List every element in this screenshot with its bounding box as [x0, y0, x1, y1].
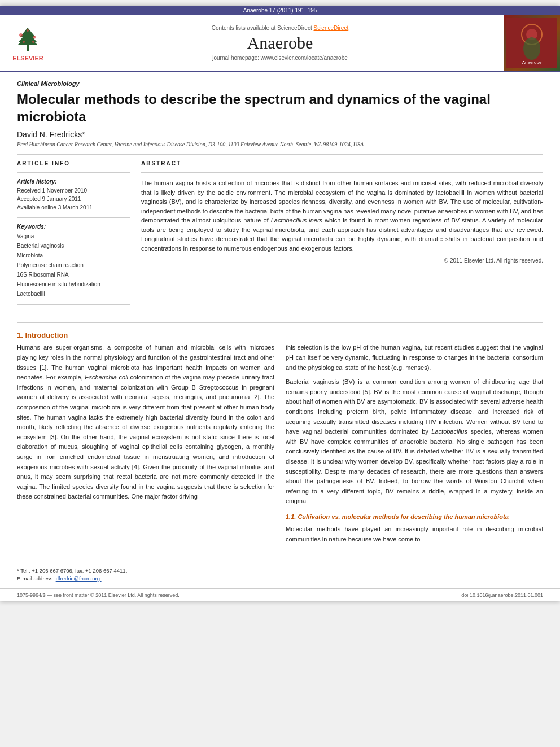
svg-text:Anaerobe: Anaerobe	[522, 60, 542, 65]
intro-col1: Humans are super-organisms, a composite …	[17, 343, 274, 549]
intro-col2: this selection is the low pH of the huma…	[286, 343, 543, 549]
svg-point-6	[23, 41, 25, 43]
journal-cover-svg: Anaerobe	[506, 18, 557, 68]
journal-homepage: journal homepage: www.elsevier.com/locat…	[212, 55, 348, 61]
divider-1	[17, 154, 543, 155]
intro-heading: 1. Introduction	[17, 331, 543, 339]
abstract-text: The human vagina hosts a collection of m…	[141, 178, 543, 253]
article-main-body: 1. Introduction Humans are super-organis…	[0, 331, 560, 560]
svg-point-12	[523, 37, 540, 60]
author-name: David N. Fredricks*	[17, 130, 543, 139]
elsevier-logo: ELSEVIER	[0, 15, 56, 71]
keyword-vagina: Vagina	[17, 231, 130, 241]
svg-rect-0	[27, 45, 29, 51]
abstract-col: ABSTRACT The human vagina hosts a collec…	[141, 160, 543, 311]
intro-two-col: Humans are super-organisms, a composite …	[17, 343, 543, 549]
journal-volume-text: Anaerobe 17 (2011) 191–195	[243, 7, 317, 14]
section-label: Clinical Microbiology	[17, 80, 543, 87]
divider-3	[17, 217, 130, 218]
journal-volume-bar: Anaerobe 17 (2011) 191–195	[0, 6, 560, 15]
intro-col2-para3: Molecular methods have played an increas…	[286, 525, 543, 544]
footnote-email: E-mail address: dfredric@fhcrc.org.	[17, 575, 543, 583]
doi-text: doi:10.1016/j.anaerobe.2011.01.001	[461, 592, 543, 598]
article-header-section: Clinical Microbiology Molecular methods …	[0, 72, 560, 322]
keywords-label: Keywords:	[17, 224, 130, 230]
abstract-title: ABSTRACT	[141, 160, 543, 167]
copyright: © 2011 Elsevier Ltd. All rights reserved…	[141, 257, 543, 264]
available-date: Available online 3 March 2011	[17, 203, 130, 212]
intro-col1-para1: Humans are super-organisms, a composite …	[17, 343, 274, 502]
article-info-col: ARTICLE INFO Article history: Received 1…	[17, 160, 130, 311]
article-info-abstract: ARTICLE INFO Article history: Received 1…	[17, 160, 543, 311]
history-label: Article history:	[17, 178, 130, 185]
svg-point-5	[33, 36, 36, 38]
intro-col2-para2: Bacterial vaginosis (BV) is a common con…	[286, 377, 543, 506]
elsevier-label: ELSEVIER	[12, 55, 43, 62]
divider-4	[17, 304, 130, 305]
article-info-title: ARTICLE INFO	[17, 160, 130, 167]
article-history: Article history: Received 1 November 201…	[17, 178, 130, 212]
svg-point-8	[27, 29, 29, 32]
keyword-fish: Fluorescence in situ hybridization	[17, 279, 130, 289]
keyword-bv: Bacterial vaginosis	[17, 241, 130, 251]
keyword-lactobacilli: Lactobacilli	[17, 289, 130, 299]
elsevier-tree-icon	[10, 25, 46, 53]
email-link[interactable]: dfredric@fhcrc.org.	[56, 575, 102, 582]
journal-cover-image: Anaerobe	[504, 15, 560, 71]
keywords-list: Vagina Bacterial vaginosis Microbiota Po…	[17, 231, 130, 299]
affiliation: Fred Hutchinson Cancer Research Center, …	[17, 141, 543, 147]
keyword-microbiota: Microbiota	[17, 251, 130, 260]
article-title: Molecular methods to describe the spectr…	[17, 90, 543, 125]
footer-bar: 1075-9964/$ — see front matter © 2011 El…	[0, 588, 560, 601]
issn-text: 1075-9964/$ — see front matter © 2011 El…	[17, 592, 180, 598]
accepted-date: Accepted 9 January 2011	[17, 195, 130, 203]
subsection-1-1-heading: 1.1. Cultivation vs. molecular methods f…	[286, 512, 543, 522]
divider-2	[17, 172, 130, 173]
intro-col2-para1: this selection is the low pH of the huma…	[286, 343, 543, 373]
keyword-16s: 16S Ribosomal RNA	[17, 270, 130, 279]
svg-point-7	[32, 41, 34, 43]
svg-point-4	[19, 33, 23, 37]
page: Anaerobe 17 (2011) 191–195 ELSEVIER	[0, 6, 560, 601]
journal-header: ELSEVIER Contents lists available at Sci…	[0, 15, 560, 72]
keyword-pcr: Polymerase chain reaction	[17, 260, 130, 270]
sciencedirect-link: Contents lists available at ScienceDirec…	[212, 25, 348, 31]
received-date: Received 1 November 2010	[17, 186, 130, 195]
divider-5	[141, 172, 543, 173]
journal-center: Contents lists available at ScienceDirec…	[56, 15, 504, 71]
footer-area: * Tel.: +1 206 667 6706; fax: +1 206 667…	[0, 561, 560, 589]
footnote-phone: * Tel.: +1 206 667 6706; fax: +1 206 667…	[17, 567, 543, 575]
journal-title: Anaerobe	[247, 33, 313, 53]
